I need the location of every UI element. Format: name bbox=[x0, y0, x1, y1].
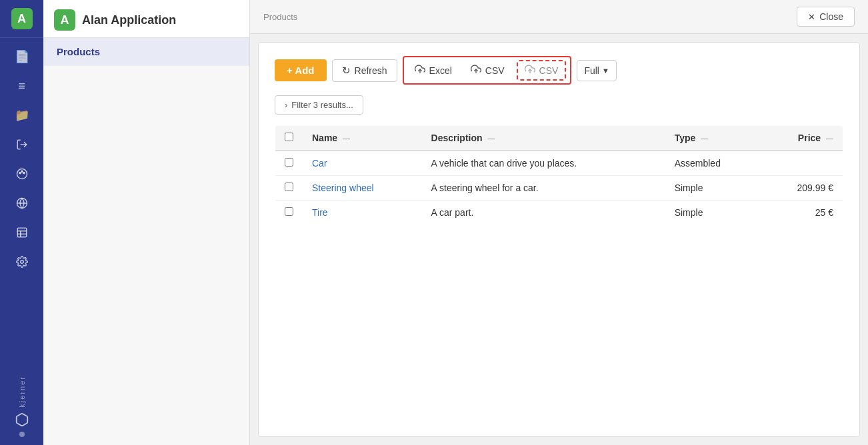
col-header-name: Name — bbox=[303, 126, 422, 151]
row-1-checkbox-cell bbox=[275, 151, 303, 176]
row-2-checkbox-cell bbox=[275, 176, 303, 201]
row-2-name-link[interactable]: Steering wheel bbox=[312, 183, 374, 193]
row-1-price bbox=[761, 151, 843, 176]
close-button[interactable]: ✕ Close bbox=[797, 7, 855, 27]
filter-row: › Filter 3 results... bbox=[275, 95, 843, 115]
select-all-header[interactable] bbox=[275, 126, 303, 151]
products-table: Name — Description — Type — Price — bbox=[275, 125, 843, 225]
csv-label-2: CSV bbox=[539, 65, 559, 76]
brand-label: kjerner bbox=[18, 370, 26, 408]
price-sort-icon[interactable]: — bbox=[826, 135, 833, 143]
chevron-right-icon: › bbox=[285, 100, 287, 110]
nav-app-title: Alan Application bbox=[82, 13, 176, 27]
excel-label: Excel bbox=[429, 65, 452, 76]
upload-icon-3 bbox=[525, 64, 535, 77]
row-3-type: Simple bbox=[665, 201, 761, 225]
nav-panel: A Alan Application Products bbox=[43, 0, 250, 445]
csv-label-1: CSV bbox=[485, 65, 505, 76]
row-3-checkbox-cell bbox=[275, 201, 303, 225]
sidebar-dot bbox=[19, 432, 25, 437]
chevron-down-icon: ▼ bbox=[602, 67, 609, 75]
row-3-checkbox[interactable] bbox=[285, 207, 293, 216]
list-icon[interactable]: ≡ bbox=[7, 73, 37, 99]
row-2-name: Steering wheel bbox=[303, 176, 422, 201]
row-1-name: Car bbox=[303, 151, 422, 176]
nav-header: A Alan Application bbox=[43, 0, 249, 38]
row-3-name: Tire bbox=[303, 201, 422, 225]
row-2-description: A steering wheel for a car. bbox=[422, 176, 665, 201]
sidebar-bottom: kjerner bbox=[10, 370, 34, 445]
globe-icon[interactable] bbox=[7, 190, 37, 217]
sidebar-item-products[interactable]: Products bbox=[43, 38, 249, 66]
svg-rect-7 bbox=[17, 228, 27, 237]
select-all-checkbox[interactable] bbox=[285, 133, 293, 141]
csv-button-2[interactable]: CSV bbox=[517, 60, 567, 81]
filter-button[interactable]: › Filter 3 results... bbox=[275, 95, 363, 115]
close-label: Close bbox=[819, 11, 843, 22]
row-1-description: A vehicle that can drive you places. bbox=[422, 151, 665, 176]
chart-icon[interactable] bbox=[10, 410, 34, 429]
upload-icon bbox=[415, 64, 425, 77]
sidebar-icon-list: 📄 ≡ 📁 bbox=[0, 38, 43, 370]
row-1-checkbox[interactable] bbox=[285, 158, 293, 167]
add-button[interactable]: + Add bbox=[275, 59, 327, 81]
settings-icon[interactable] bbox=[7, 248, 37, 275]
refresh-button[interactable]: ↻ Refresh bbox=[332, 59, 397, 82]
col-header-description: Description — bbox=[422, 126, 665, 151]
close-icon: ✕ bbox=[808, 12, 815, 22]
breadcrumb: Products bbox=[263, 12, 297, 22]
excel-button[interactable]: Excel bbox=[408, 61, 459, 79]
main-header: Products ✕ Close bbox=[250, 0, 868, 34]
table-header-row: Name — Description — Type — Price — bbox=[275, 126, 843, 151]
upload-icon-2 bbox=[471, 64, 481, 77]
main-body: + Add ↻ Refresh Excel CSV bbox=[258, 42, 860, 437]
table-icon[interactable] bbox=[7, 219, 37, 246]
filter-label: Filter 3 results... bbox=[291, 100, 353, 110]
folder-icon[interactable]: 📁 bbox=[7, 102, 37, 129]
main-content: Products ✕ Close + Add ↻ Refresh Excel bbox=[250, 0, 868, 445]
csv-button-1[interactable]: CSV bbox=[464, 61, 511, 79]
type-sort-icon[interactable]: — bbox=[701, 135, 708, 143]
document-icon[interactable]: 📄 bbox=[7, 43, 37, 70]
col-header-type: Type — bbox=[665, 126, 761, 151]
svg-point-11 bbox=[20, 260, 23, 264]
toolbar: + Add ↻ Refresh Excel CSV bbox=[275, 56, 843, 85]
row-3-name-link[interactable]: Tire bbox=[312, 207, 328, 218]
full-label: Full bbox=[584, 65, 599, 76]
svg-point-3 bbox=[21, 171, 22, 172]
row-3-description: A car part. bbox=[422, 201, 665, 225]
col-header-price: Price — bbox=[761, 126, 843, 151]
palette-icon[interactable] bbox=[7, 161, 37, 187]
export-button-group: Excel CSV CSV bbox=[403, 56, 572, 85]
row-2-price: 209.99 € bbox=[761, 176, 843, 201]
full-button[interactable]: Full ▼ bbox=[577, 60, 616, 81]
app-avatar: A bbox=[11, 8, 33, 29]
table-row: Steering wheel A steering wheel for a ca… bbox=[275, 176, 843, 201]
row-1-type: Assembled bbox=[665, 151, 761, 176]
desc-sort-icon[interactable]: — bbox=[487, 135, 495, 143]
name-sort-icon[interactable]: — bbox=[343, 135, 350, 143]
refresh-icon: ↻ bbox=[342, 65, 351, 77]
sidebar-app-icon: A bbox=[0, 0, 43, 38]
table-row: Car A vehicle that can drive you places.… bbox=[275, 151, 843, 176]
row-3-price: 25 € bbox=[761, 201, 843, 225]
logout-icon[interactable] bbox=[7, 131, 37, 158]
row-2-type: Simple bbox=[665, 176, 761, 201]
row-2-checkbox[interactable] bbox=[285, 183, 293, 191]
table-row: Tire A car part. Simple 25 € bbox=[275, 201, 843, 225]
nav-app-icon: A bbox=[54, 9, 75, 31]
refresh-label: Refresh bbox=[355, 65, 387, 76]
svg-point-4 bbox=[23, 172, 24, 173]
sidebar: A 📄 ≡ 📁 kjerner bbox=[0, 0, 43, 445]
svg-point-2 bbox=[19, 172, 20, 173]
row-1-name-link[interactable]: Car bbox=[312, 158, 327, 169]
